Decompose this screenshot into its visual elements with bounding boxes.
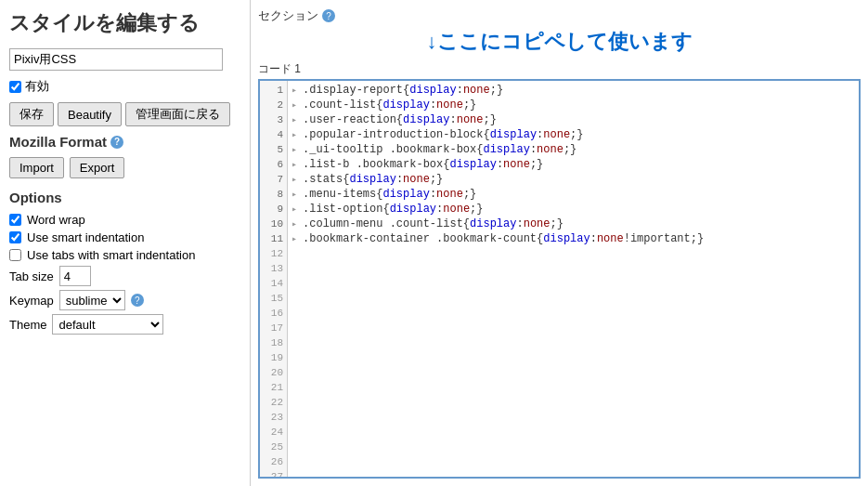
tab-size-row: Tab size [9,266,240,286]
word-wrap-checkbox[interactable] [9,214,21,226]
line-number: 2 [260,98,287,112]
keymap-select[interactable]: sublime default vim emacs [59,290,125,310]
code-line [291,335,855,350]
fold-marker-icon[interactable]: ▸ [291,145,303,155]
keymap-label: Keymap [9,294,54,308]
line-number: 16 [260,306,287,321]
code-line [291,291,855,306]
code-content[interactable]: ▸ .display-report{display:none;}▸ .count… [288,81,859,477]
smart-indent-label: Use smart indentation [27,230,144,244]
code-line: ▸ .bookmark-container .bookmark-count{di… [291,231,855,246]
line-number: 14 [260,276,287,291]
style-name-input[interactable] [9,48,223,71]
fold-marker-icon[interactable]: ▸ [291,234,303,244]
code-line: ▸ .popular-introduction-block{display:no… [291,127,855,142]
smart-indent-checkbox[interactable] [9,231,21,243]
fold-marker-icon[interactable]: ▸ [291,130,303,140]
fold-marker-icon[interactable]: ▸ [291,219,303,230]
mozilla-info-icon[interactable]: ? [110,136,123,149]
right-panel: セクション ? ↓ここにコピペして使います コード 1 123456789101… [251,0,868,486]
line-number: 22 [260,395,287,410]
tab-size-label: Tab size [9,269,54,283]
code-line [291,469,855,477]
code-line: ▸ .list-b .bookmark-box{display:none;} [291,157,855,172]
line-number: 7 [260,172,287,187]
fold-marker-icon[interactable]: ▸ [291,100,303,111]
tabs-smart-label: Use tabs with smart indentation [27,248,195,262]
line-number: 6 [260,157,287,172]
code-line: ▸ .count-list{display:none;} [291,98,855,112]
section-header: セクション ? [258,7,861,24]
code-line [291,261,855,276]
fold-marker-icon[interactable]: ▸ [291,160,303,170]
mozilla-format-label: Mozilla Format [9,134,107,150]
line-number: 13 [260,261,287,276]
section-info-icon[interactable]: ? [322,9,335,22]
line-number: 5 [260,142,287,157]
code-line [291,306,855,321]
fold-marker-icon[interactable]: ▸ [291,204,303,215]
admin-button[interactable]: 管理画面に戻る [125,102,230,126]
section-label: セクション [258,7,318,24]
code-line [291,246,855,261]
keymap-info-icon[interactable]: ? [131,294,144,307]
left-panel: スタイルを編集する 有効 保存 Beautify 管理画面に戻る Mozilla… [0,0,251,486]
line-number: 17 [260,321,287,335]
code-line [291,365,855,380]
line-numbers: 1234567891011121314151617181920212223242… [260,81,288,477]
code-line [291,440,855,454]
line-number: 12 [260,246,287,261]
fold-marker-icon[interactable]: ▸ [291,175,303,185]
line-number: 25 [260,440,287,454]
save-button[interactable]: 保存 [9,102,54,126]
fold-marker-icon[interactable]: ▸ [291,190,303,200]
line-number: 9 [260,202,287,217]
line-number: 8 [260,187,287,202]
line-number: 4 [260,127,287,142]
enabled-label: 有効 [25,78,49,95]
mozilla-buttons: Import Export [9,157,240,178]
line-number: 24 [260,425,287,440]
line-number: 10 [260,217,287,231]
line-number: 15 [260,291,287,306]
page-title: スタイルを編集する [9,9,240,37]
line-number: 23 [260,410,287,425]
code-editor[interactable]: 1234567891011121314151617181920212223242… [258,79,861,479]
code-line: ▸ .user-reaction{display:none;} [291,112,855,127]
fold-marker-icon[interactable]: ▸ [291,115,303,125]
line-number: 1 [260,83,287,98]
action-buttons: 保存 Beautify 管理画面に戻る [9,102,240,126]
code-line [291,454,855,469]
tabs-smart-checkbox[interactable] [9,249,21,261]
code-line [291,276,855,291]
enabled-checkbox[interactable] [9,81,21,93]
mozilla-format-title: Mozilla Format ? [9,134,240,150]
line-number: 18 [260,335,287,350]
line-number: 21 [260,380,287,395]
options-title: Options [9,190,240,205]
line-number: 19 [260,350,287,365]
code-line: ▸ .menu-items{display:none;} [291,187,855,202]
import-button[interactable]: Import [9,157,64,178]
line-number: 11 [260,231,287,246]
code-line [291,321,855,335]
code-line [291,425,855,440]
export-button[interactable]: Export [70,157,125,178]
theme-row: Theme default monokai tomorrow-night [9,314,240,335]
code-line: ▸ .stats{display:none;} [291,172,855,187]
tabs-smart-row: Use tabs with smart indentation [9,248,240,262]
code-line: ▸ .display-report{display:none;} [291,83,855,98]
line-number: 3 [260,112,287,127]
code-line: ▸ .list-option{display:none;} [291,202,855,217]
word-wrap-row: Word wrap [9,213,240,227]
options-section: Word wrap Use smart indentation Use tabs… [9,213,240,335]
word-wrap-label: Word wrap [27,213,85,227]
code-line [291,410,855,425]
theme-select[interactable]: default monokai tomorrow-night [52,314,163,335]
tab-size-input[interactable] [59,266,91,286]
line-number: 20 [260,365,287,380]
line-number: 26 [260,454,287,469]
beautify-button[interactable]: Beautify [58,102,122,126]
fold-marker-icon[interactable]: ▸ [291,85,303,96]
copy-hint: ↓ここにコピペして使います [258,28,861,56]
